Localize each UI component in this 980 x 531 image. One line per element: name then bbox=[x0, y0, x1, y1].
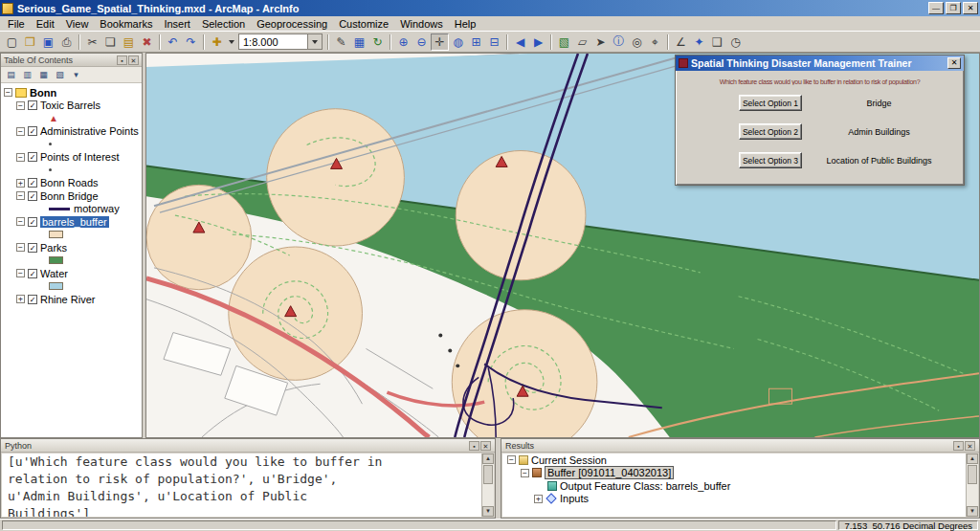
python-panel-header[interactable]: Python ▪ ✕ bbox=[1, 439, 495, 453]
copy-icon[interactable]: ❏ bbox=[101, 33, 120, 51]
results-item-output[interactable]: Output Feature Class: barrels_buffer bbox=[502, 479, 978, 493]
menu-item-selection[interactable]: Selection bbox=[196, 17, 251, 31]
layer-label[interactable]: Administrative Points bbox=[40, 125, 139, 137]
toc-item-rhine-river[interactable]: + ✓ Rhine River bbox=[1, 293, 142, 306]
toc-close-icon[interactable]: ✕ bbox=[128, 55, 139, 65]
attribute-table-icon[interactable]: ▦ bbox=[350, 33, 368, 51]
visibility-checkbox[interactable]: ✓ bbox=[28, 178, 37, 188]
results-label[interactable]: Inputs bbox=[560, 493, 589, 504]
expander-icon[interactable]: − bbox=[16, 127, 25, 136]
cut-icon[interactable]: ✂ bbox=[83, 33, 101, 51]
results-close-icon[interactable]: ✕ bbox=[965, 441, 975, 451]
visibility-checkbox[interactable]: ✓ bbox=[28, 191, 37, 201]
menu-item-edit[interactable]: Edit bbox=[31, 17, 60, 31]
toc-item-bonn-roads[interactable]: + ✓ Bonn Roads bbox=[1, 177, 142, 190]
add-data-icon[interactable]: ✚ bbox=[208, 33, 226, 51]
menu-item-help[interactable]: Help bbox=[449, 17, 482, 31]
results-label[interactable]: Output Feature Class: barrels_buffer bbox=[560, 480, 730, 492]
list-by-selection-icon[interactable]: ▧ bbox=[53, 68, 67, 81]
layer-label[interactable]: Water bbox=[40, 268, 68, 279]
new-document-icon[interactable]: ▢ bbox=[3, 33, 21, 51]
expander-icon[interactable]: − bbox=[521, 469, 529, 477]
results-item-current-session[interactable]: − Current Session bbox=[502, 454, 978, 467]
menu-item-geoprocessing[interactable]: Geoprocessing bbox=[251, 17, 333, 31]
menu-item-file[interactable]: File bbox=[2, 17, 31, 31]
redo-icon[interactable]: ↷ bbox=[182, 33, 200, 51]
menu-item-bookmarks[interactable]: Bookmarks bbox=[94, 17, 158, 31]
expander-icon[interactable]: − bbox=[16, 243, 25, 252]
zoom-in-icon[interactable]: ⊕ bbox=[394, 33, 412, 51]
layer-label-selected[interactable]: barrels_buffer bbox=[40, 216, 109, 228]
scroll-thumb[interactable] bbox=[968, 465, 977, 484]
open-folder-icon[interactable]: ❐ bbox=[21, 33, 39, 51]
time-slider-icon[interactable]: ◷ bbox=[726, 33, 745, 51]
layer-label[interactable]: Points of Interest bbox=[40, 151, 120, 163]
toc-pin-icon[interactable]: ▪ bbox=[117, 55, 127, 65]
measure-icon[interactable]: ∠ bbox=[672, 33, 690, 51]
scroll-up-icon[interactable]: ▲ bbox=[482, 454, 494, 464]
results-panel-header[interactable]: Results ▪ ✕ bbox=[501, 439, 979, 453]
maximize-button[interactable]: ❐ bbox=[946, 2, 961, 14]
expander-icon[interactable]: + bbox=[534, 495, 543, 503]
toc-item-bonn-bridge[interactable]: − ✓ Bonn Bridge bbox=[1, 189, 142, 203]
results-label[interactable]: Current Session bbox=[531, 454, 607, 466]
paste-icon[interactable]: ▤ bbox=[120, 33, 138, 51]
expander-icon[interactable]: − bbox=[507, 455, 516, 464]
results-pin-icon[interactable]: ▪ bbox=[953, 441, 964, 451]
editor-pencil-icon[interactable]: ✎ bbox=[332, 33, 350, 51]
layer-label[interactable]: Bonn bbox=[30, 87, 56, 99]
toc-item-bonn[interactable]: − Bonn bbox=[1, 86, 142, 100]
print-icon[interactable]: ⎙ bbox=[57, 33, 76, 51]
fixed-zoom-in-icon[interactable]: ⊞ bbox=[467, 33, 485, 51]
python-close-icon[interactable]: ✕ bbox=[480, 441, 491, 451]
html-popup-icon[interactable]: ✦ bbox=[690, 33, 708, 51]
toc-options-icon[interactable]: ▾ bbox=[69, 68, 83, 81]
scroll-down-icon[interactable]: ▼ bbox=[482, 506, 494, 517]
layer-label[interactable]: Bonn Bridge bbox=[40, 190, 99, 202]
layer-label[interactable]: Toxic Barrels bbox=[40, 100, 100, 111]
identify-icon[interactable]: ⓘ bbox=[610, 33, 628, 51]
expander-icon[interactable]: − bbox=[16, 153, 25, 162]
layer-label[interactable]: Rhine River bbox=[40, 294, 95, 305]
toc-item-toxic-barrels[interactable]: − ✓ Toxic Barrels bbox=[1, 100, 142, 113]
refresh-icon[interactable]: ↻ bbox=[368, 33, 387, 51]
visibility-checkbox[interactable]: ✓ bbox=[28, 217, 37, 227]
python-pin-icon[interactable]: ▪ bbox=[469, 441, 479, 451]
expander-icon[interactable]: − bbox=[16, 217, 25, 226]
close-button[interactable]: ✕ bbox=[963, 2, 978, 14]
toc-item-parks[interactable]: − ✓ Parks bbox=[1, 241, 142, 254]
select-option-2-button[interactable]: Select Option 2 bbox=[739, 123, 802, 140]
expander-icon[interactable]: − bbox=[16, 101, 25, 110]
select-elements-icon[interactable]: ➤ bbox=[591, 33, 610, 51]
dialog-title-bar[interactable]: Spatial Thinking Disaster Management Tra… bbox=[676, 55, 964, 71]
results-item-buffer[interactable]: − Buffer [091011_04032013] bbox=[502, 467, 978, 480]
visibility-checkbox[interactable]: ✓ bbox=[28, 126, 37, 136]
fixed-zoom-out-icon[interactable]: ⊟ bbox=[485, 33, 503, 51]
expander-icon[interactable]: − bbox=[16, 269, 25, 277]
visibility-checkbox[interactable]: ✓ bbox=[28, 269, 37, 278]
save-icon[interactable]: ▣ bbox=[39, 33, 57, 51]
minimize-button[interactable]: — bbox=[928, 2, 944, 14]
delete-icon[interactable]: ✖ bbox=[138, 33, 156, 51]
forward-extent-icon[interactable]: ▶ bbox=[529, 33, 547, 51]
python-scrollbar[interactable]: ▲ ▼ bbox=[481, 454, 494, 517]
zoom-out-icon[interactable]: ⊖ bbox=[412, 33, 431, 51]
viewer-window-icon[interactable]: ❑ bbox=[708, 33, 726, 51]
full-extent-icon[interactable]: ◍ bbox=[449, 33, 467, 51]
results-scrollbar[interactable]: ▲ ▼ bbox=[966, 454, 978, 517]
pan-icon[interactable]: ✛ bbox=[431, 33, 449, 51]
expander-icon[interactable]: + bbox=[16, 295, 25, 303]
toc-item-administrative-points[interactable]: − ✓ Administrative Points bbox=[1, 125, 142, 139]
toc-item-points-of-interest[interactable]: − ✓ Points of Interest bbox=[1, 151, 142, 165]
back-extent-icon[interactable]: ◀ bbox=[511, 33, 529, 51]
expander-icon[interactable]: − bbox=[16, 191, 25, 200]
list-by-visibility-icon[interactable]: ▦ bbox=[36, 68, 51, 81]
clear-selection-icon[interactable]: ▱ bbox=[573, 33, 591, 51]
undo-icon[interactable]: ↶ bbox=[164, 33, 182, 51]
visibility-checkbox[interactable]: ✓ bbox=[28, 295, 37, 304]
select-option-3-button[interactable]: Select Option 3 bbox=[739, 152, 802, 168]
menu-item-windows[interactable]: Windows bbox=[394, 17, 449, 31]
results-label-selected[interactable]: Buffer [091011_04032013] bbox=[545, 466, 674, 479]
scroll-up-icon[interactable]: ▲ bbox=[967, 454, 978, 464]
expander-icon[interactable]: − bbox=[4, 88, 12, 97]
